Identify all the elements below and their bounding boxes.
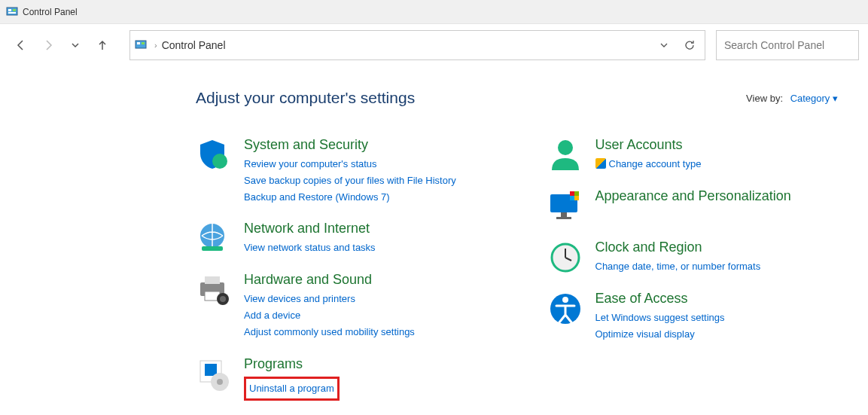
breadcrumb-separator-icon: ›: [154, 41, 157, 50]
category-title[interactable]: Network and Internet: [244, 221, 376, 236]
toolbar: › Control Panel: [0, 24, 868, 66]
svg-rect-26: [574, 196, 579, 200]
control-panel-icon: [6, 6, 18, 18]
category-hardware: Hardware and Sound View devices and prin…: [196, 272, 487, 340]
link-file-history[interactable]: Save backup copies of your files with Fi…: [244, 172, 456, 189]
link-network-status[interactable]: View network status and tasks: [244, 240, 376, 256]
svg-rect-5: [137, 42, 140, 44]
category-title[interactable]: Ease of Access: [595, 291, 725, 307]
highlight-uninstall: Uninstall a program: [244, 377, 340, 401]
link-uninstall-program[interactable]: Uninstall a program: [249, 383, 334, 394]
view-by-dropdown[interactable]: Category ▾: [790, 93, 838, 104]
category-title[interactable]: User Accounts: [595, 137, 702, 153]
link-suggest-settings[interactable]: Let Windows suggest settings: [595, 310, 725, 326]
svg-rect-3: [8, 12, 16, 14]
svg-rect-21: [561, 212, 567, 217]
category-title[interactable]: Programs: [244, 356, 340, 372]
shield-icon: [196, 137, 232, 173]
printer-icon: [196, 272, 232, 308]
accessibility-icon: [547, 291, 583, 327]
forward-button[interactable]: [36, 33, 60, 57]
control-panel-icon: [135, 39, 150, 51]
svg-rect-24: [574, 191, 579, 196]
svg-rect-22: [556, 217, 571, 219]
link-optimize-display[interactable]: Optimize visual display: [595, 326, 725, 343]
category-title[interactable]: Hardware and Sound: [244, 272, 415, 288]
content-area: Adjust your computer's settings View by:…: [0, 66, 868, 415]
view-by-label: View by:: [746, 93, 783, 104]
window-title: Control Panel: [23, 7, 78, 17]
svg-rect-9: [202, 246, 223, 251]
up-button[interactable]: [90, 33, 114, 57]
category-title[interactable]: System and Security: [244, 137, 456, 153]
svg-point-19: [558, 140, 573, 155]
back-button[interactable]: [9, 33, 33, 57]
category-title[interactable]: Clock and Region: [595, 240, 761, 255]
category-programs: Programs Uninstall a program: [196, 356, 487, 401]
left-column: System and Security Review your computer…: [196, 137, 487, 415]
user-icon: [547, 137, 583, 173]
link-mobility-settings[interactable]: Adjust commonly used mobility settings: [244, 324, 415, 340]
category-system-security: System and Security Review your computer…: [196, 137, 487, 206]
category-title[interactable]: Appearance and Personalization: [595, 188, 791, 204]
category-ease-of-access: Ease of Access Let Windows suggest setti…: [547, 291, 839, 343]
svg-rect-1: [8, 9, 11, 11]
refresh-button[interactable]: [679, 35, 700, 56]
svg-point-29: [562, 297, 568, 303]
breadcrumb-path[interactable]: Control Panel: [162, 39, 649, 51]
clock-icon: [547, 240, 583, 276]
search-input[interactable]: [724, 39, 851, 51]
svg-rect-23: [570, 191, 574, 196]
svg-rect-6: [142, 42, 145, 44]
svg-rect-25: [570, 196, 574, 200]
link-backup-restore[interactable]: Backup and Restore (Windows 7): [244, 189, 456, 206]
address-dropdown-button[interactable]: [653, 35, 675, 56]
link-devices-printers[interactable]: View devices and printers: [244, 291, 415, 307]
svg-rect-2: [13, 9, 16, 11]
recent-locations-button[interactable]: [63, 33, 87, 57]
category-appearance: Appearance and Personalization: [547, 188, 839, 224]
monitor-icon: [547, 188, 583, 224]
svg-rect-11: [205, 276, 220, 284]
titlebar: Control Panel: [0, 0, 868, 24]
link-change-account-type[interactable]: Change account type: [595, 156, 702, 172]
category-clock: Clock and Region Change date, time, or n…: [547, 240, 839, 276]
link-add-device[interactable]: Add a device: [244, 307, 415, 324]
globe-icon: [196, 221, 232, 257]
link-review-status[interactable]: Review your computer's status: [244, 156, 456, 172]
programs-icon: [196, 356, 232, 392]
search-box[interactable]: [716, 30, 859, 60]
page-heading: Adjust your computer's settings: [196, 89, 415, 107]
category-network: Network and Internet View network status…: [196, 221, 487, 257]
category-user-accounts: User Accounts Change account type: [547, 137, 839, 173]
svg-rect-16: [205, 364, 217, 376]
right-column: User Accounts Change account type Appear…: [547, 137, 839, 415]
svg-point-7: [212, 154, 227, 169]
link-date-time-formats[interactable]: Change date, time, or number formats: [595, 258, 761, 275]
address-bar[interactable]: › Control Panel: [129, 30, 705, 60]
svg-point-14: [220, 296, 226, 302]
view-by: View by: Category ▾: [746, 93, 838, 104]
svg-point-18: [217, 379, 223, 385]
